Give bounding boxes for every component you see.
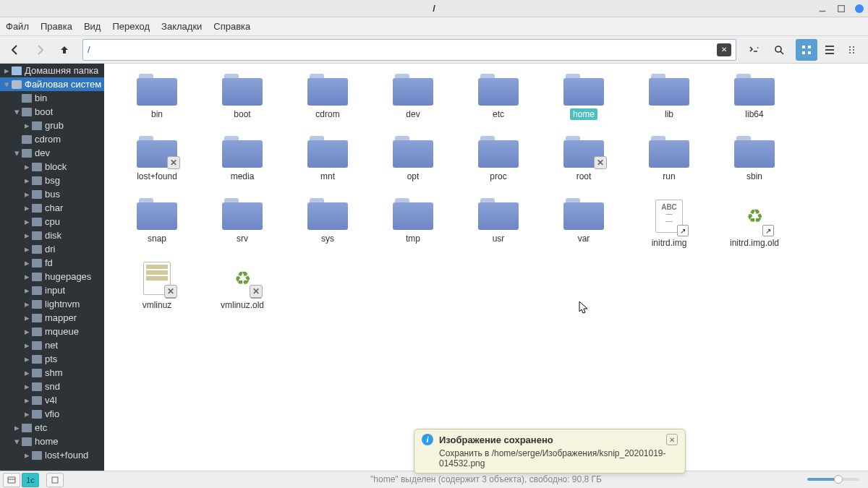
tree-twisty-icon[interactable]: ▸ <box>22 367 32 378</box>
tree-twisty-icon[interactable]: ▸ <box>22 408 32 419</box>
sidebar-item-fd[interactable]: ▸fd <box>0 256 104 270</box>
menu-file[interactable]: Файл <box>6 21 29 32</box>
tree-twisty-icon[interactable]: ▸ <box>22 161 32 172</box>
sidebar-tree[interactable]: ▸Домашняя папка▾Файловая системbin▾boot▸… <box>0 64 104 471</box>
sidebar-item-bus[interactable]: ▸bus <box>0 187 104 201</box>
tree-twisty-icon[interactable]: ▸ <box>22 202 32 213</box>
tree-twisty-icon[interactable]: ▸ <box>22 381 32 392</box>
menu-edit[interactable]: Правка <box>41 21 72 32</box>
file-item-sbin[interactable]: sbin <box>712 136 797 198</box>
tree-twisty-icon[interactable]: ▸ <box>1 65 12 76</box>
tree-twisty-icon[interactable]: ▸ <box>22 244 32 254</box>
tree-twisty-icon[interactable]: ▸ <box>22 285 32 296</box>
file-view[interactable]: binbootcdromdevetchomeliblib64✕lost+foun… <box>104 64 868 471</box>
sidebar-item-hugepages[interactable]: ▸hugepages <box>0 270 104 283</box>
list-view-button[interactable] <box>819 39 841 61</box>
tree-twisty-icon[interactable]: ▸ <box>22 271 32 282</box>
file-item-tmp[interactable]: tmp <box>370 198 456 260</box>
sidebar-item-boot[interactable]: ▾boot <box>0 105 104 119</box>
sidebar-item-input[interactable]: ▸input <box>0 283 104 297</box>
sidebar-item-cdrom[interactable]: cdrom <box>0 132 104 146</box>
terminal-button[interactable] <box>744 39 765 61</box>
file-item-sys[interactable]: sys <box>285 198 370 260</box>
file-item-initrd-img[interactable]: ABC——↗initrd.img <box>626 198 712 260</box>
tree-twisty-icon[interactable]: ▸ <box>22 340 32 351</box>
sidebar-item-v4l[interactable]: ▸v4l <box>0 393 104 407</box>
sidebar-item-filesystem[interactable]: ▾Файловая систем <box>0 77 104 91</box>
file-item-cdrom[interactable]: cdrom <box>285 74 370 136</box>
file-item-opt[interactable]: opt <box>370 136 456 198</box>
tree-twisty-icon[interactable]: ▸ <box>22 216 32 227</box>
file-item-lib64[interactable]: lib64 <box>712 74 797 136</box>
sidebar-item-lost-found[interactable]: ▸lost+found <box>0 448 104 462</box>
file-item-media[interactable]: media <box>200 136 285 198</box>
sidebar-item-mqueue[interactable]: ▸mqueue <box>0 325 104 338</box>
file-item-run[interactable]: run <box>626 136 712 198</box>
sidebar-item-bsg[interactable]: ▸bsg <box>0 174 104 187</box>
tree-twisty-icon[interactable]: ▸ <box>22 189 32 200</box>
file-item-initrd-img-old[interactable]: ♻↗initrd.img.old <box>712 198 797 260</box>
tree-twisty-icon[interactable]: ▾ <box>12 436 22 447</box>
tree-twisty-icon[interactable]: ▸ <box>12 422 22 433</box>
places-panel-button[interactable] <box>3 473 20 487</box>
sidebar-item-vfio[interactable]: ▸vfio <box>0 407 104 421</box>
sidebar-item-shm[interactable]: ▸shm <box>0 366 104 380</box>
tree-twisty-icon[interactable]: ▸ <box>22 326 32 337</box>
sidebar-item-cpu[interactable]: ▸cpu <box>0 215 104 228</box>
tree-twisty-icon[interactable]: ▾ <box>12 147 22 158</box>
maximize-button[interactable] <box>836 4 846 14</box>
sidebar-item-char[interactable]: ▸char <box>0 201 104 215</box>
extra-panel-button[interactable] <box>46 473 64 487</box>
file-item-snap[interactable]: snap <box>114 198 200 260</box>
search-button[interactable] <box>768 39 790 61</box>
tree-twisty-icon[interactable]: ▸ <box>22 312 32 323</box>
minimize-button[interactable] <box>817 4 827 14</box>
path-input[interactable] <box>88 44 717 55</box>
file-item-vmlinuz[interactable]: ↗✕vmlinuz <box>114 260 200 322</box>
file-item-root[interactable]: ✕root <box>541 136 626 198</box>
file-item-srv[interactable]: srv <box>200 198 285 260</box>
sidebar-item-home[interactable]: ▸Домашняя папка <box>0 64 104 77</box>
file-item-var[interactable]: var <box>541 198 626 260</box>
sidebar-item-block[interactable]: ▸block <box>0 160 104 174</box>
menu-go[interactable]: Переход <box>112 21 150 32</box>
file-item-bin[interactable]: bin <box>114 74 200 136</box>
sidebar-item-bin[interactable]: bin <box>0 91 104 105</box>
file-item-mnt[interactable]: mnt <box>285 136 370 198</box>
sidebar-item-dev[interactable]: ▾dev <box>0 146 104 160</box>
tree-twisty-icon[interactable]: ▸ <box>22 257 32 268</box>
tree-twisty-icon[interactable]: ▸ <box>22 450 32 461</box>
sidebar-item-dri[interactable]: ▸dri <box>0 242 104 256</box>
tree-twisty-icon[interactable]: ▸ <box>22 230 32 241</box>
menu-help[interactable]: Справка <box>213 21 250 32</box>
path-entry[interactable]: ✕ <box>82 39 736 61</box>
compact-view-button[interactable] <box>842 39 864 61</box>
file-item-home[interactable]: home <box>541 74 626 136</box>
file-item-usr[interactable]: usr <box>456 198 541 260</box>
file-item-lost-found[interactable]: ✕lost+found <box>114 136 200 198</box>
sidebar-item-disk[interactable]: ▸disk <box>0 228 104 242</box>
close-button[interactable] <box>855 4 864 13</box>
file-item-boot[interactable]: boot <box>200 74 285 136</box>
file-item-etc[interactable]: etc <box>456 74 541 136</box>
menu-view[interactable]: Вид <box>84 21 101 32</box>
tree-twisty-icon[interactable]: ▸ <box>22 299 32 309</box>
sidebar-item-pts[interactable]: ▸pts <box>0 352 104 366</box>
tree-panel-button[interactable]: 1c <box>22 473 39 487</box>
zoom-slider[interactable] <box>807 478 859 481</box>
clear-path-icon[interactable]: ✕ <box>717 43 731 56</box>
tree-twisty-icon[interactable]: ▸ <box>22 175 32 186</box>
menu-bookmarks[interactable]: Закладки <box>161 21 202 32</box>
tree-twisty-icon[interactable]: ▸ <box>22 120 32 131</box>
up-button[interactable] <box>54 39 75 61</box>
sidebar-item-lightnvm[interactable]: ▸lightnvm <box>0 297 104 311</box>
file-item-dev[interactable]: dev <box>370 74 456 136</box>
sidebar-item-grub[interactable]: ▸grub <box>0 119 104 132</box>
tree-twisty-icon[interactable]: ▾ <box>12 106 22 117</box>
sidebar-item-snd[interactable]: ▸snd <box>0 380 104 393</box>
tree-twisty-icon[interactable]: ▾ <box>1 79 12 90</box>
notification-close-button[interactable]: ✕ <box>666 434 678 445</box>
forward-button[interactable] <box>29 39 51 61</box>
file-item-vmlinuz-old[interactable]: ♻↗✕vmlinuz.old <box>200 260 285 322</box>
sidebar-item-mapper[interactable]: ▸mapper <box>0 311 104 325</box>
